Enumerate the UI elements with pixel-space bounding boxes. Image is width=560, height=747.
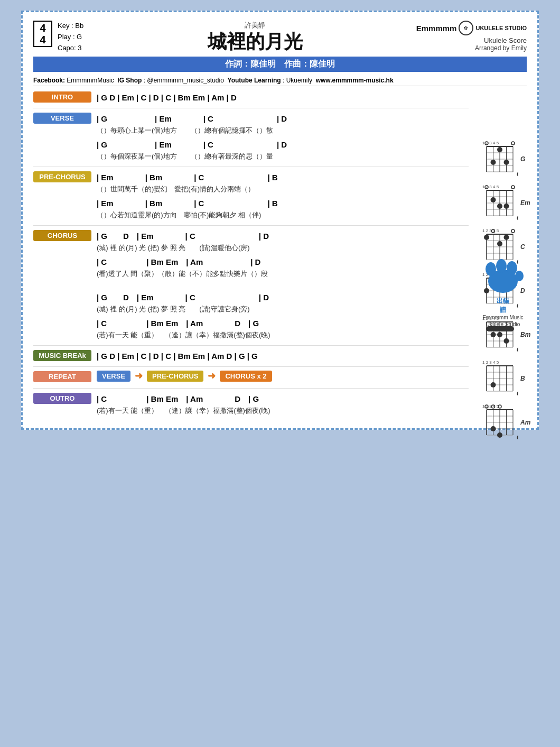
svg-text:1 2 3 4 5: 1 2 3 4 5: [482, 360, 499, 365]
prechorus-lyric-1: （）世間萬千（的)變幻 愛把(有)情的人分兩端（）: [97, 185, 278, 194]
chorus-chords-1: | G D | Em | C | D: [97, 229, 270, 243]
chord-grid-G: 1 2 3 4 5 6: [481, 139, 518, 179]
musicbreak-label: MUSIC BREAk: [33, 350, 91, 361]
prechorus-chords-2: | Em | Bm | C | B: [97, 196, 278, 210]
arrow-2: ➜: [208, 370, 216, 382]
chord-grid-Em: 1 2 3 4 5 6: [481, 183, 518, 223]
svg-point-115: [496, 259, 507, 273]
key-label: Key : Bb: [58, 21, 83, 32]
divider-4: [33, 345, 469, 346]
social-bar: Facebook: EmmmmmMusic IG Shop : @emmmmm_…: [33, 75, 527, 86]
chorus-chords-2: | C | Bm Em | Am | D: [97, 255, 270, 269]
prechorus-lyric-2: （）心若知道靈犀(的)方向 哪怕(不)能夠朝夕 相（伴): [97, 210, 278, 220]
svg-text:6: 6: [517, 346, 518, 353]
chorus-lyric-3: (城) 裡 的(月) 光 (把) 夢 照 亮 (請)守護它身(旁): [97, 305, 270, 314]
musicbreak-chords: | G D | Em | C | D | C | Bm Em | Am D | …: [97, 349, 469, 363]
svg-point-79: [491, 332, 496, 337]
repeat-label: REPEAT: [33, 371, 91, 382]
svg-point-117: [515, 271, 524, 281]
main-content: INTRO | G D | Em | C | D | C | Bm Em | A…: [33, 90, 527, 418]
verse-content: | G | Em | C | D （）每顆心上某一(個)地方 （）總有個記憶揮不…: [97, 112, 287, 163]
section-musicbreak: MUSIC BREAk | G D | Em | C | D | C | Bm …: [33, 349, 469, 363]
svg-point-32: [511, 186, 515, 189]
chorus-lyric-4: (若)有一天 能（重） （逢）讓（幸）福撒滿(整)個夜(晚): [97, 330, 270, 340]
svg-point-45: [484, 235, 489, 240]
svg-point-29: [497, 204, 502, 209]
svg-text:6: 6: [517, 434, 518, 440]
paw-logo: 出貓譜 Emmmmm MusicUkulele Studio: [479, 252, 527, 328]
chord-grid-B: 1 2 3 4 5 6: [481, 358, 518, 398]
section-intro: INTRO | G D | Em | C | D | C | Bm Em | A…: [33, 90, 469, 105]
chord-name-G: G: [520, 155, 532, 163]
divider-1: [33, 108, 469, 108]
section-prechorus-header: PRE-CHORUS | Em | Bm | C | B （）世間萬千（的)變幻…: [33, 170, 469, 222]
paw-svg: [479, 252, 527, 294]
diagram-Am: 1 2 3 4 5 6 Am: [481, 402, 532, 440]
composer-bar: 作詞：陳佳明 作曲：陳佳明: [33, 57, 527, 72]
time-top: 4: [40, 22, 45, 34]
section-repeat: REPEAT VERSE ➜ PRE-CHORUS ➜ CHORUS x 2: [33, 370, 469, 385]
svg-text:6: 6: [517, 390, 518, 396]
verse-chords-1: | G | Em | C | D: [97, 112, 287, 126]
logo-block: Emmmmm ✿ UKULELE STUDIO Ukulele Score Ar…: [416, 21, 527, 52]
divider-2: [33, 167, 469, 167]
chord-name-Em: Em: [520, 199, 532, 207]
svg-point-30: [504, 204, 509, 209]
svg-point-81: [504, 338, 509, 344]
prechorus-content: | Em | Bm | C | B （）世間萬千（的)變幻 愛把(有)情的人分兩…: [97, 170, 278, 222]
arranged-label: Arranged by Emily: [416, 44, 527, 52]
key-info: Key : Bb Play : G Capo: 3: [58, 21, 83, 53]
chorus-lyric-1: (城) 裡 的(月) 光 (把) 夢 照 亮 (請)溫暖他心(房): [97, 243, 270, 253]
svg-point-13: [504, 160, 509, 165]
verse-chords-2: | G | Em | C | D: [97, 137, 287, 152]
diagram-Em: 1 2 3 4 5 6 Em: [481, 183, 532, 223]
logo-icon: ✿: [459, 21, 473, 35]
svg-point-111: [497, 432, 502, 438]
prechorus-chords-1: | Em | Bm | C | B: [97, 170, 278, 185]
section-outro-header: OUTRO | C | Bm Em | Am D | G (若)有一天 能（重）…: [33, 392, 469, 418]
diagram-B: 1 2 3 4 5 6 B: [481, 358, 532, 398]
chord-grid-Am: 1 2 3 4 5 6: [481, 402, 518, 440]
verse-lyric-2: （）每個深夜某一(個)地方 （）總有著最深的思（）量: [97, 152, 287, 161]
subtitle: 許美靜: [94, 21, 416, 30]
svg-text:6: 6: [517, 215, 518, 221]
svg-point-12: [491, 160, 496, 165]
chord-name-B: B: [520, 375, 532, 382]
header: 4 4 Key : Bb Play : G Capo: 3 許美靜 城裡的月光 …: [33, 21, 527, 53]
chorus-content: | G D | Em | C | D (城) 裡 的(月) 光 (把) 夢 照 …: [97, 229, 270, 342]
outro-label: OUTRO: [33, 393, 91, 404]
svg-point-110: [491, 426, 496, 431]
studio-label: Emmmmm MusicUkulele Studio: [479, 314, 527, 328]
prechorus-label: PRE-CHORUS: [33, 171, 91, 182]
paw-label: 出貓譜: [479, 297, 527, 315]
svg-point-28: [491, 197, 496, 202]
svg-text:1 2 3 4 5: 1 2 3 4 5: [482, 228, 499, 233]
svg-point-46: [497, 241, 502, 246]
chord-name-Bm: Bm: [520, 331, 532, 338]
outro-content: | C | Bm Em | Am D | G (若)有一天 能（重） （逢）讓（…: [97, 392, 270, 418]
play-label: Play : G: [58, 32, 83, 43]
svg-point-15: [511, 142, 515, 145]
svg-point-114: [486, 262, 496, 276]
svg-point-116: [507, 261, 517, 275]
divider-5: [33, 366, 469, 367]
repeat-verse: VERSE: [97, 371, 130, 382]
outro-lyric: (若)有一天 能（重） （逢）讓（幸）福撒滿(整)個夜(晚): [97, 406, 270, 416]
title-block: 許美靜 城裡的月光: [94, 21, 416, 53]
page: 4 4 Key : Bb Play : G Capo: 3 許美靜 城裡的月光 …: [21, 11, 539, 430]
chorus-label: CHORUS: [33, 230, 91, 241]
section-verse-header: VERSE | G | Em | C | D （）每顆心上某一(個)地方 （）總…: [33, 112, 469, 163]
svg-point-49: [511, 229, 515, 233]
intro-label: INTRO: [33, 91, 91, 103]
repeat-prechorus: PRE-CHORUS: [147, 371, 203, 382]
repeat-content: VERSE ➜ PRE-CHORUS ➜ CHORUS x 2: [97, 370, 272, 382]
score-label: Ukulele Score: [416, 36, 527, 44]
divider-3: [33, 225, 469, 226]
verse-lyric-1: （）每顆心上某一(個)地方 （）總有個記憶揮不（）散: [97, 126, 287, 135]
logo-name: Emmmmm: [416, 24, 457, 33]
intro-chords: | G D | Em | C | D | C | Bm Em | Am | D: [97, 90, 469, 105]
svg-point-47: [504, 235, 509, 240]
svg-point-94: [491, 382, 496, 388]
svg-point-80: [497, 332, 502, 337]
time-signature: 4 4: [33, 21, 52, 47]
